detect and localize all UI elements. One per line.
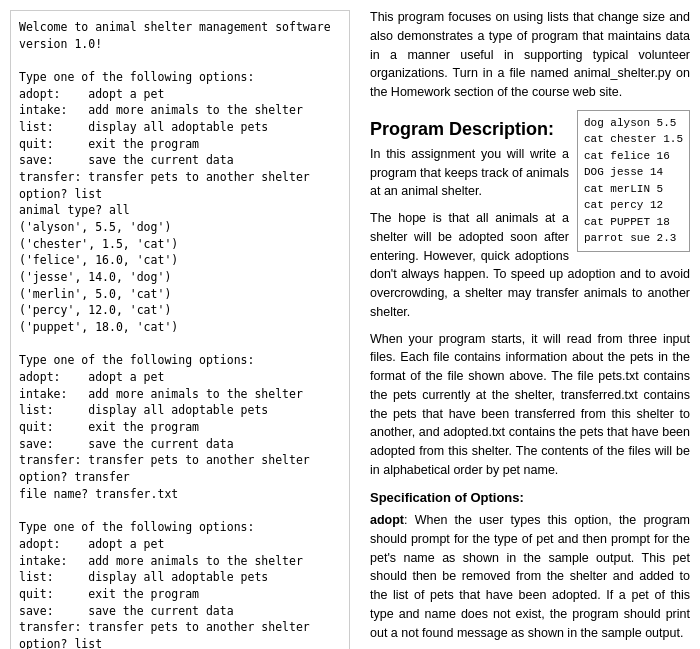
adopt-text: : When the user types this option, the p… xyxy=(370,513,690,640)
terminal-output: Welcome to animal shelter management sof… xyxy=(19,19,341,649)
animal-data-line-8: parrot sue 2.3 xyxy=(584,230,683,247)
spec-heading: Specification of Options: xyxy=(370,488,690,508)
animal-data-box: dog alyson 5.5 cat chester 1.5 cat felic… xyxy=(577,110,690,252)
adopt-para: adopt: When the user types this option, … xyxy=(370,511,690,642)
adopt-section: adopt: When the user types this option, … xyxy=(370,511,690,649)
animal-data-line-1: dog alyson 5.5 xyxy=(584,115,683,132)
desc-para3: When your program starts, it will read f… xyxy=(370,330,690,480)
animal-data-line-2: cat chester 1.5 xyxy=(584,131,683,148)
animal-data-line-3: cat felice 16 xyxy=(584,148,683,165)
terminal-panel: Welcome to animal shelter management sof… xyxy=(10,10,350,649)
animal-data-line-6: cat percy 12 xyxy=(584,197,683,214)
intro-text: This program focuses on using lists that… xyxy=(370,8,690,102)
animal-data-line-5: cat merLIN 5 xyxy=(584,181,683,198)
animal-data-line-4: DOG jesse 14 xyxy=(584,164,683,181)
description-panel: This program focuses on using lists that… xyxy=(360,0,700,649)
animal-data-line-7: cat PUPPET 18 xyxy=(584,214,683,231)
adopt-label: adopt xyxy=(370,513,404,527)
